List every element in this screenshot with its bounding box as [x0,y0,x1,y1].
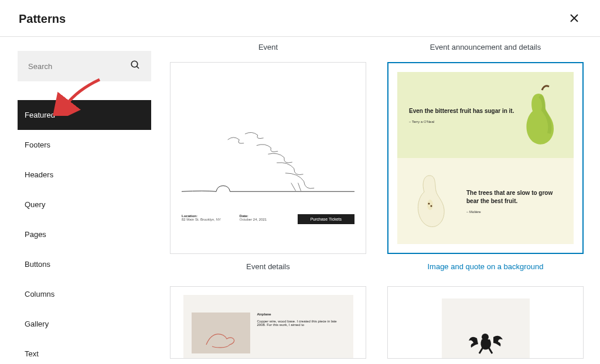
search-icon [130,60,141,73]
pattern-card-image-quote[interactable]: Even the bitterest fruit has sugar in it… [387,62,584,271]
pear-icon [515,83,562,147]
header: Patterns [0,0,600,37]
sidebar-item-query[interactable]: Query [18,190,151,219]
sidebar-item-headers[interactable]: Headers [18,160,151,190]
pattern-card-event-details[interactable]: Location: 82 Main St. Brooklyn, NY Date:… [170,62,366,271]
sidebar-item-label: Footers [25,140,50,149]
body: Search Featured Footers Headers Query Pa… [0,37,600,364]
quote-attribution: – Terry a O'Neal [409,120,515,123]
sidebar-item-label: Featured [25,111,55,119]
cherub-icon [465,328,506,359]
sidebar-nav: Featured Footers Headers Query Pages But… [18,100,151,364]
airplane-image [192,313,250,353]
airplane-panel: Airplane Copper wire, wood base. I creat… [183,295,353,359]
sidebar-item-label: Text [25,349,39,358]
date-value: October 24, 2021 [240,218,298,221]
illustration-birds [182,122,354,210]
pattern-card-cherub[interactable] [387,286,584,359]
sidebar-item-text[interactable]: Text [18,339,151,364]
sidebar-item-label: Gallery [25,320,49,328]
quote-panel-bottom: The trees that are slow to grow bear the… [397,158,574,244]
sidebar-item-label: Query [25,200,45,209]
location-value: 82 Main St. Brooklyn, NY [182,218,240,221]
event-meta-row: Location: 82 Main St. Brooklyn, NY Date:… [182,214,354,224]
cherub-panel [442,298,530,359]
svg-point-0 [131,61,138,67]
top-row-labels: Event Event announcement and details [170,43,584,51]
pear-half-icon [409,172,450,231]
svg-point-3 [431,205,432,207]
page-title: Patterns [19,12,66,26]
pattern-card-airplane[interactable]: Airplane Copper wire, wood base. I creat… [170,286,366,359]
airplane-title: Airplane [257,313,345,316]
main-content: Event Event announcement and details [151,37,600,364]
close-icon [570,13,579,23]
sidebar-item-footers[interactable]: Footers [18,130,151,160]
search-input[interactable]: Search [18,51,151,81]
search-placeholder: Search [28,62,52,71]
card-label: Image and quote on a background [387,262,584,271]
quote-attribution: – Molière [466,210,562,214]
svg-point-2 [428,202,430,204]
sidebar-item-label: Buttons [25,260,50,269]
pattern-preview: Even the bitterest fruit has sugar in it… [387,62,584,254]
pattern-preview: Airplane Copper wire, wood base. I creat… [170,286,366,359]
sidebar-item-label: Pages [25,230,46,239]
airplane-desc: Copper wire, wood base. I created this p… [257,320,345,327]
sidebar-item-gallery[interactable]: Gallery [18,309,151,339]
sidebar-item-label: Headers [25,170,53,179]
sidebar-item-buttons[interactable]: Buttons [18,249,151,279]
quote-text: Even the bitterest fruit has sugar in it… [409,107,515,115]
pattern-preview: Location: 82 Main St. Brooklyn, NY Date:… [170,62,366,254]
pattern-preview [387,286,584,359]
sidebar-item-featured[interactable]: Featured [18,100,151,130]
sidebar-item-columns[interactable]: Columns [18,279,151,309]
quote-text: The trees that are slow to grow bear the… [466,189,562,205]
sidebar-item-label: Columns [25,290,54,298]
svg-point-1 [427,200,433,210]
pattern-grid: Location: 82 Main St. Brooklyn, NY Date:… [170,62,584,359]
sidebar-item-pages[interactable]: Pages [18,219,151,249]
sidebar: Search Featured Footers Headers Query Pa… [0,37,151,364]
card-label: Event announcement and details [387,43,584,51]
card-label: Event details [170,262,366,271]
purchase-button: Purchase Tickets [298,214,354,224]
quote-panel-top: Even the bitterest fruit has sugar in it… [397,72,574,158]
close-button[interactable] [567,11,581,27]
card-label: Event [170,43,366,51]
